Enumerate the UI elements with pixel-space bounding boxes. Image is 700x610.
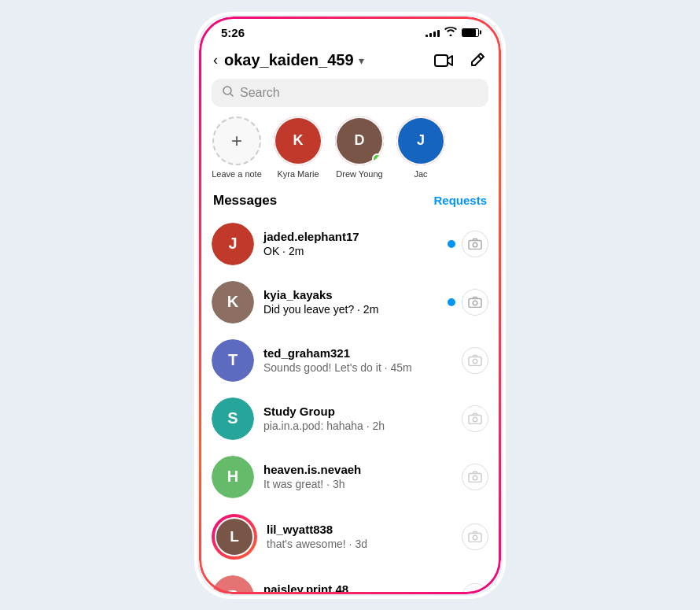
- paisley-print48-name: paisley.print.48: [263, 582, 452, 594]
- camera-button[interactable]: [462, 289, 488, 316]
- messages-title: Messages: [213, 193, 277, 209]
- status-bar: 5:26: [199, 17, 501, 44]
- leave-note-label: Leave a note: [212, 169, 262, 179]
- kyia-kayaks-actions: [448, 289, 488, 316]
- jac-avatar: J: [396, 116, 445, 165]
- svg-point-11: [473, 475, 477, 480]
- search-icon: [223, 86, 234, 99]
- compose-button[interactable]: [466, 50, 487, 71]
- signal-icon: [426, 28, 440, 37]
- kyia-kayaks-avatar: K: [212, 281, 254, 323]
- battery-icon: [462, 28, 479, 37]
- lil-wyatt838-preview: that's awesome! · 3d: [267, 538, 452, 550]
- chevron-down-icon[interactable]: ▾: [359, 54, 364, 67]
- message-item-paisley-print48[interactable]: P paisley.print.48 Whaaat?? · 8h: [199, 567, 501, 594]
- svg-point-3: [473, 242, 477, 247]
- drew-young-avatar: D Finally landing in NYC! ❤️: [335, 116, 384, 165]
- jaded-elephant17-info: jaded.elephant17 OK · 2m: [263, 230, 438, 257]
- study-group-avatar: S: [212, 397, 254, 440]
- story-item-jac[interactable]: J Jac: [396, 116, 446, 179]
- drew-young-label: Drew Young: [336, 169, 382, 179]
- phone-inner: 5:26: [199, 17, 501, 594]
- lil-wyatt838-avatar: L: [212, 514, 257, 560]
- message-item-ted-graham321[interactable]: T ted_graham321 Sounds good! Let's do it…: [199, 331, 501, 390]
- back-button[interactable]: ‹: [213, 52, 218, 68]
- message-item-lil-wyatt838[interactable]: L lil_wyatt838 that's awesome! · 3d: [199, 506, 501, 567]
- svg-point-13: [473, 535, 477, 540]
- camera-button[interactable]: [462, 583, 488, 594]
- story-item-drew-young[interactable]: D Finally landing in NYC! ❤️ Drew Young: [334, 116, 385, 179]
- wifi-icon: [444, 27, 457, 39]
- heaven-nevaeh-actions: [462, 464, 488, 490]
- kyia-kayaks-preview: Did you leave yet? · 2m: [263, 303, 438, 316]
- username-label[interactable]: okay_kaiden_459: [224, 51, 354, 69]
- requests-button[interactable]: Requests: [433, 194, 487, 207]
- message-list: J jaded.elephant17 OK · 2m: [199, 215, 501, 594]
- heaven-nevaeh-info: heaven.is.nevaeh It was great! · 3h: [263, 463, 452, 490]
- camera-button[interactable]: [462, 405, 488, 432]
- story-item-kyra-marie[interactable]: K Why is tomorrow Monday!? 😑 Kyra Marie: [273, 116, 323, 179]
- message-item-kyia-kayaks[interactable]: K kyia_kayaks Did you leave yet? · 2m: [199, 273, 501, 331]
- header-left: ‹ okay_kaiden_459 ▾: [213, 51, 364, 69]
- jaded-elephant17-name: jaded.elephant17: [263, 230, 438, 243]
- camera-button[interactable]: [462, 523, 488, 550]
- phone-frame: 5:26: [197, 14, 503, 597]
- study-group-preview: pia.in.a.pod: hahaha · 2h: [263, 420, 452, 432]
- ted-graham321-info: ted_graham321 Sounds good! Let's do it ·…: [263, 346, 452, 374]
- message-item-heaven-nevaeh[interactable]: H heaven.is.nevaeh It was great! · 3h: [199, 448, 501, 506]
- lil-wyatt838-info: lil_wyatt838 that's awesome! · 3d: [267, 523, 452, 550]
- study-group-name: Study Group: [263, 405, 452, 418]
- svg-rect-14: [469, 593, 481, 594]
- paisley-print48-info: paisley.print.48 Whaaat?? · 8h: [263, 582, 452, 594]
- header-actions: [433, 50, 487, 71]
- paisley-print48-actions: [462, 583, 488, 594]
- study-group-actions: [462, 405, 488, 432]
- lil-wyatt838-name: lil_wyatt838: [267, 523, 452, 536]
- heaven-nevaeh-preview: It was great! · 3h: [263, 478, 452, 490]
- svg-point-5: [473, 301, 477, 305]
- unread-dot: [448, 298, 455, 306]
- add-note-avatar: +: [212, 116, 261, 165]
- video-call-button[interactable]: [433, 50, 454, 71]
- svg-rect-2: [469, 241, 481, 250]
- jaded-elephant17-avatar: J: [212, 223, 254, 265]
- plus-icon: +: [231, 130, 242, 152]
- svg-rect-10: [469, 474, 481, 482]
- svg-point-7: [473, 359, 477, 364]
- svg-rect-0: [435, 55, 448, 66]
- ted-graham321-actions: [462, 347, 488, 374]
- paisley-print48-avatar: P: [212, 575, 254, 594]
- ted-graham321-avatar: T: [212, 339, 254, 382]
- message-item-study-group[interactable]: S Study Group pia.in.a.pod: hahaha · 2h: [199, 390, 501, 448]
- ted-graham321-name: ted_graham321: [263, 346, 452, 360]
- search-placeholder: Search: [240, 86, 280, 100]
- kyia-kayaks-info: kyia_kayaks Did you leave yet? · 2m: [263, 288, 438, 316]
- stories-row: + Leave a note K Why is tomorrow Monday!…: [199, 116, 501, 179]
- camera-button[interactable]: [462, 464, 488, 490]
- study-group-info: Study Group pia.in.a.pod: hahaha · 2h: [263, 405, 452, 432]
- heaven-nevaeh-avatar: H: [212, 456, 254, 498]
- jaded-elephant17-preview: OK · 2m: [263, 245, 438, 257]
- svg-rect-12: [469, 534, 481, 542]
- camera-button[interactable]: [462, 231, 488, 257]
- header: ‹ okay_kaiden_459 ▾: [199, 44, 501, 79]
- jaded-elephant17-actions: [448, 231, 488, 257]
- kyra-marie-avatar: K Why is tomorrow Monday!? 😑: [274, 116, 322, 165]
- camera-button[interactable]: [462, 347, 488, 374]
- ted-graham321-preview: Sounds good! Let's do it · 45m: [263, 361, 452, 374]
- status-icons: [426, 27, 479, 39]
- message-item-jaded-elephant17[interactable]: J jaded.elephant17 OK · 2m: [199, 215, 501, 273]
- svg-point-9: [473, 417, 477, 422]
- svg-rect-8: [469, 416, 481, 424]
- svg-rect-6: [469, 357, 481, 366]
- story-item-leave-note[interactable]: + Leave a note: [212, 116, 262, 179]
- status-time: 5:26: [221, 26, 245, 39]
- jac-label: Jac: [414, 169, 427, 179]
- svg-rect-4: [469, 299, 481, 308]
- lil-wyatt838-actions: [462, 523, 488, 550]
- kyia-kayaks-name: kyia_kayaks: [263, 288, 438, 301]
- kyra-marie-label: Kyra Marie: [277, 169, 319, 179]
- search-bar[interactable]: Search: [212, 79, 488, 107]
- unread-dot: [448, 240, 455, 248]
- messages-section-header: Messages Requests: [199, 190, 501, 215]
